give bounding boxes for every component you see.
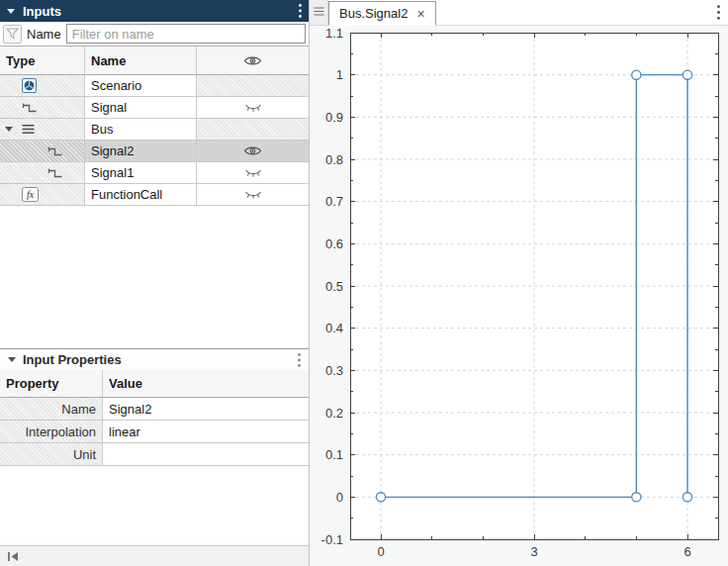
svg-text:0.8: 0.8	[325, 152, 343, 167]
tab-label: Bus.Signal2	[339, 6, 408, 21]
properties-table: Property Value NameSignal2Interpolationl…	[0, 370, 309, 545]
filter-row: Name	[0, 22, 309, 46]
name-cell: Signal	[85, 97, 197, 119]
tree-row-bus[interactable]: Bus	[0, 119, 309, 141]
tree-row-signal1[interactable]: Signal1	[0, 162, 309, 184]
name-cell: Scenario	[85, 75, 197, 97]
property-label: Name	[0, 398, 103, 421]
plot-tabbar: Bus.Signal2 ×	[310, 0, 728, 26]
bus-icon	[22, 124, 35, 135]
inputs-tree-table: Type Name ScenarioSignalBusSignal2Signal…	[0, 46, 309, 348]
type-cell	[0, 97, 85, 119]
svg-text:3: 3	[530, 544, 537, 559]
inputs-menu-kebab-icon[interactable]	[299, 4, 302, 18]
input-properties-title: Input Properties	[23, 352, 122, 367]
name-cell: Bus	[85, 119, 197, 141]
eye-closed-icon[interactable]	[197, 97, 309, 119]
property-value[interactable]	[103, 443, 309, 466]
collapse-triangle-icon[interactable]	[7, 9, 15, 14]
svg-text:1: 1	[336, 67, 343, 82]
tab-close-icon[interactable]: ×	[416, 7, 424, 21]
inputs-panel: Inputs Name Type Name ScenarioSignalBusS…	[0, 0, 310, 566]
column-header-eye-icon	[197, 47, 309, 75]
input-properties-header: Input Properties	[0, 348, 309, 370]
tree-row-signal2[interactable]: Signal2	[0, 141, 309, 162]
type-cell	[0, 119, 85, 141]
name-cell: Signal1	[85, 162, 197, 184]
signal-plot[interactable]: 1.110.90.80.70.60.50.40.30.20.10-0.1036	[310, 26, 728, 566]
signal-icon	[47, 166, 63, 179]
inputs-panel-header: Inputs	[0, 0, 309, 22]
tab-bus-signal2[interactable]: Bus.Signal2 ×	[328, 1, 436, 26]
type-cell	[0, 75, 85, 97]
inputs-panel-title: Inputs	[23, 4, 61, 19]
expander-down-icon[interactable]	[5, 127, 22, 132]
property-label: Unit	[0, 443, 103, 466]
svg-text:0: 0	[377, 544, 384, 559]
filter-name-label: Name	[27, 27, 61, 42]
signal-icon	[22, 101, 38, 114]
svg-text:0.6: 0.6	[325, 236, 343, 251]
eye-open-icon[interactable]	[197, 141, 309, 162]
function-call-icon: fx	[22, 187, 39, 202]
svg-text:0: 0	[336, 490, 343, 505]
eye-closed-icon[interactable]	[197, 184, 309, 206]
plot-panel: Bus.Signal2 × 1.110.90.80.70.60.50.40.30…	[310, 0, 728, 566]
properties-table-header: Property Value	[0, 370, 309, 398]
name-cell: Signal2	[85, 141, 197, 162]
svg-text:-0.1: -0.1	[321, 532, 343, 547]
plot-menu-kebab-icon[interactable]	[717, 0, 728, 25]
svg-text:6: 6	[683, 544, 690, 559]
svg-text:0.2: 0.2	[325, 406, 343, 421]
type-cell: fx	[0, 184, 85, 206]
tree-row-scenario[interactable]: Scenario	[0, 75, 309, 97]
svg-text:0.9: 0.9	[325, 110, 343, 125]
column-header-value: Value	[103, 370, 309, 398]
signal-icon	[47, 144, 63, 157]
eye-cell-empty	[197, 119, 309, 141]
type-cell	[0, 162, 85, 184]
svg-text:0.1: 0.1	[325, 447, 343, 462]
svg-text:1.1: 1.1	[325, 26, 343, 41]
type-cell	[0, 141, 85, 162]
collapse-triangle-icon[interactable]	[8, 357, 16, 362]
column-header-type: Type	[0, 47, 85, 75]
tab-list-hamburger-icon[interactable]	[310, 0, 328, 25]
svg-text:0.7: 0.7	[325, 194, 343, 209]
svg-text:fx: fx	[27, 189, 35, 200]
property-row-unit: Unit	[0, 443, 309, 466]
svg-text:0.5: 0.5	[325, 279, 343, 294]
tree-row-functioncall[interactable]: fxFunctionCall	[0, 184, 309, 206]
go-to-start-icon[interactable]	[7, 551, 19, 562]
tree-row-signal[interactable]: Signal	[0, 97, 309, 119]
filter-funnel-icon[interactable]	[3, 25, 22, 44]
property-value[interactable]: linear	[103, 421, 309, 443]
name-cell: FunctionCall	[85, 184, 197, 206]
tree-table-header: Type Name	[0, 47, 309, 75]
column-header-name: Name	[85, 47, 197, 75]
svg-text:0.3: 0.3	[325, 363, 343, 378]
signal-plot-figure: 1.110.90.80.70.60.50.40.30.20.10-0.1036	[310, 26, 728, 566]
bottom-toolbar	[0, 545, 309, 566]
column-header-property: Property	[0, 370, 103, 398]
svg-text:0.4: 0.4	[325, 321, 343, 335]
eye-cell-empty	[197, 75, 309, 97]
eye-closed-icon[interactable]	[197, 162, 309, 184]
filter-input[interactable]	[66, 24, 306, 44]
property-label: Interpolation	[0, 421, 103, 443]
property-row-interpolation: Interpolationlinear	[0, 421, 309, 443]
property-row-name: NameSignal2	[0, 398, 309, 421]
scenario-icon	[22, 78, 37, 93]
property-value[interactable]: Signal2	[103, 398, 309, 421]
properties-menu-kebab-icon[interactable]	[298, 353, 301, 367]
